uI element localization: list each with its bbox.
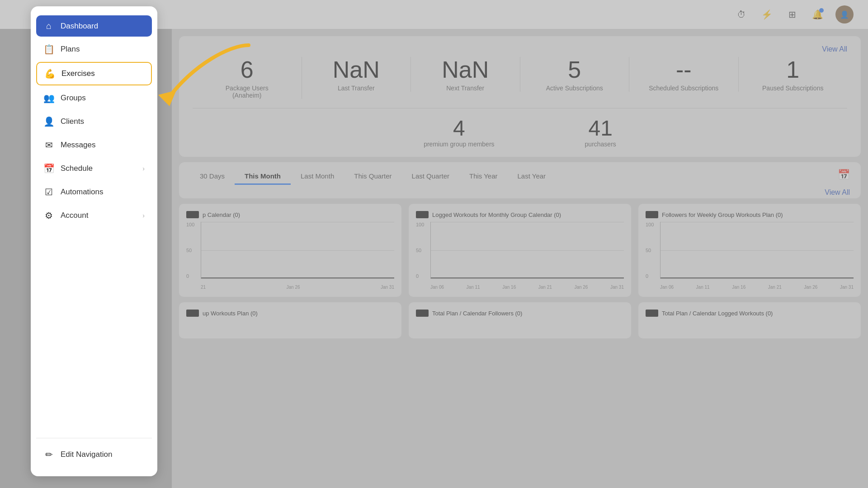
messages-icon: ✉ [43, 140, 54, 150]
sidebar-bottom: ✏ Edit Navigation [36, 438, 152, 467]
sidebar-label-messages: Messages [61, 141, 95, 150]
exercises-icon: 💪 [44, 68, 55, 79]
sidebar-label-dashboard: Dashboard [61, 22, 98, 31]
sidebar-item-plans[interactable]: 📋 Plans [36, 38, 152, 60]
sidebar: ⌂ Dashboard 📋 Plans 💪 Exercises 👥 Groups… [31, 6, 157, 476]
sidebar-item-groups[interactable]: 👥 Groups [36, 87, 152, 109]
plans-icon: 📋 [43, 44, 54, 55]
home-icon: ⌂ [43, 21, 54, 31]
sidebar-item-exercises[interactable]: 💪 Exercises [36, 62, 152, 85]
edit-nav-icon: ✏ [43, 449, 54, 460]
automations-icon: ☑ [43, 187, 54, 197]
sidebar-item-dashboard[interactable]: ⌂ Dashboard [36, 15, 152, 37]
sidebar-item-automations[interactable]: ☑ Automations [36, 181, 152, 203]
account-icon: ⚙ [43, 210, 54, 221]
sidebar-item-messages[interactable]: ✉ Messages [36, 134, 152, 156]
sidebar-item-schedule[interactable]: 📅 Schedule › [36, 158, 152, 179]
sidebar-label-clients: Clients [61, 117, 84, 126]
sidebar-label-groups: Groups [61, 94, 86, 103]
schedule-icon: 📅 [43, 163, 54, 174]
schedule-chevron: › [142, 165, 145, 172]
sidebar-item-account[interactable]: ⚙ Account › [36, 205, 152, 226]
account-chevron: › [142, 212, 145, 219]
sidebar-label-schedule: Schedule [61, 164, 93, 173]
sidebar-label-edit-nav: Edit Navigation [61, 450, 112, 459]
sidebar-label-account: Account [61, 211, 88, 220]
sidebar-label-plans: Plans [61, 45, 80, 54]
groups-icon: 👥 [43, 93, 54, 103]
clients-icon: 👤 [43, 116, 54, 127]
sidebar-item-edit-nav[interactable]: ✏ Edit Navigation [36, 444, 152, 465]
sidebar-item-clients[interactable]: 👤 Clients [36, 111, 152, 132]
sidebar-label-automations: Automations [61, 188, 104, 197]
sidebar-label-exercises: Exercises [61, 69, 95, 78]
